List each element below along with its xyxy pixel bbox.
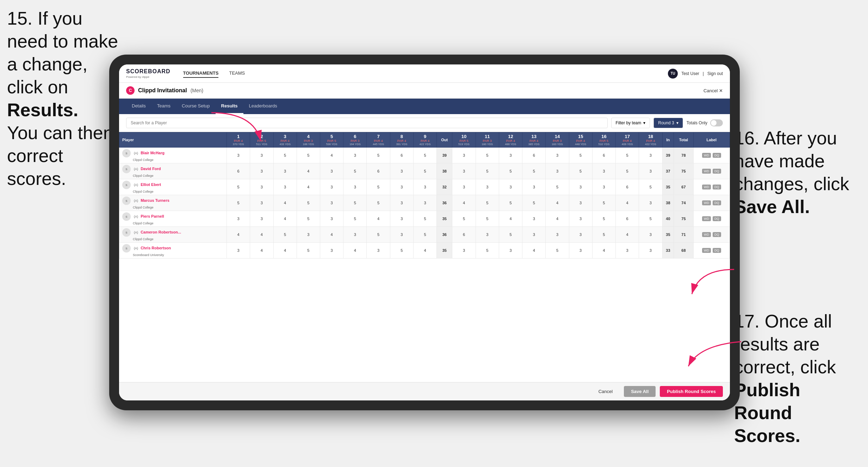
score-hole-5[interactable]: 3 [320, 179, 343, 195]
score-hole-7[interactable]: 5 [367, 179, 390, 195]
score-hole-10[interactable]: 5 [452, 211, 476, 227]
score-hole-17[interactable]: 6 [616, 211, 639, 227]
score-hole-7[interactable]: 5 [367, 195, 390, 211]
wd-button[interactable]: WD [702, 232, 711, 237]
score-hole-9[interactable]: 5 [413, 163, 436, 179]
score-hole-17[interactable]: 6 [616, 179, 639, 195]
score-hole-17[interactable]: 3 [616, 243, 639, 259]
score-hole-9[interactable]: 5 [413, 211, 436, 227]
score-hole-15[interactable]: 5 [569, 163, 592, 179]
score-hole-12[interactable]: 4 [499, 211, 522, 227]
score-hole-9[interactable]: 3 [413, 179, 436, 195]
score-hole-2[interactable]: 4 [250, 243, 273, 259]
score-hole-10[interactable]: 3 [452, 163, 476, 179]
score-hole-7[interactable]: 6 [367, 163, 390, 179]
score-hole-16[interactable]: 5 [592, 195, 615, 211]
score-hole-4[interactable]: 4 [297, 163, 320, 179]
tab-teams[interactable]: Teams [151, 99, 176, 114]
score-hole-16[interactable]: 3 [592, 179, 615, 195]
score-hole-16[interactable]: 6 [592, 148, 615, 163]
filter-by-team-dropdown[interactable]: Filter by team ▾ [611, 118, 650, 128]
dq-button[interactable]: DQ [713, 232, 721, 237]
score-hole-14[interactable]: 4 [546, 211, 569, 227]
score-hole-8[interactable]: 5 [390, 243, 413, 259]
score-hole-13[interactable]: 5 [522, 195, 546, 211]
score-hole-6[interactable]: 5 [343, 211, 367, 227]
score-hole-8[interactable]: 3 [390, 227, 413, 243]
score-hole-1[interactable]: 5 [227, 179, 250, 195]
score-hole-9[interactable]: 5 [413, 148, 436, 163]
score-hole-4[interactable]: 4 [297, 179, 320, 195]
dq-button[interactable]: DQ [713, 200, 721, 205]
score-hole-9[interactable]: 4 [413, 243, 436, 259]
score-hole-15[interactable]: 3 [569, 195, 592, 211]
score-hole-13[interactable]: 6 [522, 148, 546, 163]
wd-button[interactable]: WD [702, 169, 711, 174]
cancel-button[interactable]: Cancel [591, 386, 620, 397]
score-hole-8[interactable]: 3 [390, 195, 413, 211]
score-hole-12[interactable]: 3 [499, 179, 522, 195]
wd-button[interactable]: WD [702, 248, 711, 253]
score-hole-16[interactable]: 5 [592, 227, 615, 243]
score-hole-1[interactable]: 6 [227, 163, 250, 179]
score-hole-8[interactable]: 3 [390, 211, 413, 227]
score-hole-8[interactable]: 3 [390, 179, 413, 195]
wd-button[interactable]: WD [702, 185, 711, 189]
score-hole-2[interactable]: 3 [250, 163, 273, 179]
score-hole-1[interactable]: 3 [227, 211, 250, 227]
score-hole-18[interactable]: 3 [639, 195, 662, 211]
score-hole-15[interactable]: 5 [569, 148, 592, 163]
dq-button[interactable]: DQ [713, 169, 721, 174]
score-hole-10[interactable]: 3 [452, 148, 476, 163]
wd-button[interactable]: WD [702, 200, 711, 205]
score-hole-18[interactable]: 3 [639, 227, 662, 243]
score-hole-10[interactable]: 3 [452, 243, 476, 259]
score-hole-11[interactable]: 5 [476, 148, 499, 163]
score-hole-9[interactable]: 3 [413, 195, 436, 211]
score-hole-18[interactable]: 5 [639, 211, 662, 227]
score-hole-10[interactable]: 4 [452, 195, 476, 211]
score-hole-14[interactable]: 5 [546, 243, 569, 259]
score-hole-12[interactable]: 5 [499, 227, 522, 243]
score-hole-17[interactable]: 5 [616, 148, 639, 163]
score-hole-17[interactable]: 4 [616, 195, 639, 211]
score-hole-3[interactable]: 4 [273, 195, 297, 211]
dq-button[interactable]: DQ [713, 185, 721, 189]
score-hole-6[interactable]: 4 [343, 243, 367, 259]
score-hole-4[interactable]: 3 [297, 227, 320, 243]
score-hole-3[interactable]: 4 [273, 211, 297, 227]
score-hole-5[interactable]: 3 [320, 195, 343, 211]
score-hole-8[interactable]: 6 [390, 148, 413, 163]
score-hole-6[interactable]: 3 [343, 179, 367, 195]
score-hole-16[interactable]: 3 [592, 163, 615, 179]
score-hole-6[interactable]: 3 [343, 227, 367, 243]
score-hole-7[interactable]: 5 [367, 148, 390, 163]
score-hole-1[interactable]: 4 [227, 227, 250, 243]
score-hole-5[interactable]: 3 [320, 211, 343, 227]
score-hole-13[interactable]: 3 [522, 179, 546, 195]
score-hole-15[interactable]: 3 [569, 243, 592, 259]
score-hole-7[interactable]: 4 [367, 211, 390, 227]
score-hole-11[interactable]: 5 [476, 195, 499, 211]
score-hole-3[interactable]: 4 [273, 243, 297, 259]
sign-out-link[interactable]: Sign out [707, 71, 723, 76]
score-hole-12[interactable]: 5 [499, 163, 522, 179]
score-hole-13[interactable]: 3 [522, 211, 546, 227]
tab-details[interactable]: Details [126, 99, 151, 114]
score-hole-12[interactable]: 3 [499, 148, 522, 163]
score-hole-2[interactable]: 4 [250, 227, 273, 243]
score-hole-14[interactable]: 3 [546, 163, 569, 179]
score-hole-18[interactable]: 3 [639, 163, 662, 179]
score-hole-6[interactable]: 5 [343, 195, 367, 211]
cancel-tournament-button[interactable]: Cancel ✕ [703, 88, 723, 93]
wd-button[interactable]: WD [702, 216, 711, 221]
dq-button[interactable]: DQ [713, 248, 721, 253]
search-input[interactable] [126, 118, 608, 128]
dq-button[interactable]: DQ [713, 216, 721, 221]
score-hole-11[interactable]: 5 [476, 211, 499, 227]
score-hole-8[interactable]: 3 [390, 163, 413, 179]
score-hole-5[interactable]: 4 [320, 148, 343, 163]
score-hole-4[interactable]: 5 [297, 243, 320, 259]
score-hole-7[interactable]: 3 [367, 243, 390, 259]
score-hole-13[interactable]: 4 [522, 243, 546, 259]
